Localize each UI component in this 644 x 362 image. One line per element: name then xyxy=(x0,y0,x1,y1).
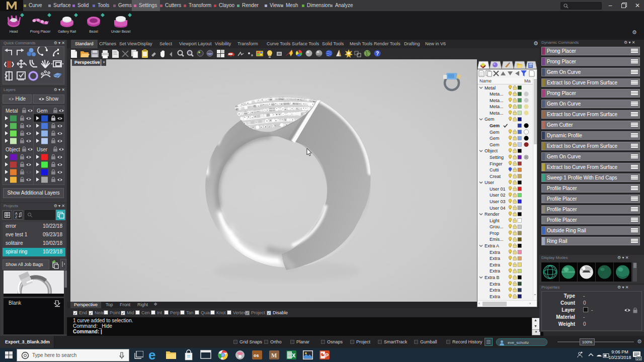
svg-text:P: P xyxy=(325,352,329,358)
svg-text:e: e xyxy=(149,349,155,361)
svg-text:?: ? xyxy=(376,51,379,56)
svg-text:User 01: User 01 xyxy=(490,187,506,192)
svg-text:Extra: Extra xyxy=(490,288,500,293)
svg-text:Gem: Gem xyxy=(37,108,48,114)
svg-text:User: User xyxy=(37,147,48,152)
svg-text:Grou...: Grou... xyxy=(490,224,504,229)
svg-text:Extra: Extra xyxy=(490,268,500,274)
svg-text:User 04: User 04 xyxy=(490,206,506,211)
svg-text:Z: Z xyxy=(15,215,18,219)
svg-text:Gem: Gem xyxy=(490,123,500,128)
svg-text:Extra: Extra xyxy=(490,282,500,287)
svg-text:Extra: Extra xyxy=(490,256,500,261)
svg-text:Metal: Metal xyxy=(6,108,18,114)
svg-text:os: os xyxy=(254,353,259,358)
svg-text:Object: Object xyxy=(485,148,498,153)
svg-text:M: M xyxy=(271,352,277,359)
svg-text:Gem: Gem xyxy=(485,117,495,122)
svg-text:Gem: Gem xyxy=(490,130,500,135)
svg-text:Creat: Creat xyxy=(490,174,501,179)
svg-text:Finger: Finger xyxy=(490,161,503,166)
svg-text:Gem: Gem xyxy=(490,142,500,147)
svg-text:23: 23 xyxy=(637,357,641,360)
svg-text:Render: Render xyxy=(485,212,500,217)
svg-text:User: User xyxy=(485,180,494,185)
svg-text:Meta...: Meta... xyxy=(490,92,504,97)
svg-text:Extra: Extra xyxy=(490,250,500,255)
svg-text:User 02: User 02 xyxy=(490,193,506,198)
svg-text:X: X xyxy=(292,352,296,358)
svg-text:Extra: Extra xyxy=(490,262,500,267)
svg-text:Setting: Setting xyxy=(490,155,504,160)
svg-text:Meta...: Meta... xyxy=(490,98,504,103)
svg-text:Extra A: Extra A xyxy=(485,243,499,248)
svg-text:Meta...: Meta... xyxy=(490,111,504,116)
svg-text:Meta...: Meta... xyxy=(490,104,504,109)
svg-text:Emis...: Emis... xyxy=(490,237,504,242)
svg-text:Light: Light xyxy=(490,218,500,223)
svg-text:Object: Object xyxy=(6,147,20,152)
svg-text:Extra B: Extra B xyxy=(485,275,500,280)
svg-text:Gem: Gem xyxy=(490,136,500,141)
svg-text:Extra: Extra xyxy=(490,294,500,299)
svg-text:Cutti: Cutti xyxy=(490,167,499,172)
svg-text:A: A xyxy=(15,212,18,215)
svg-text:Metal: Metal xyxy=(485,85,496,90)
svg-text:Prop: Prop xyxy=(490,231,499,236)
svg-text:User 03: User 03 xyxy=(490,199,506,204)
